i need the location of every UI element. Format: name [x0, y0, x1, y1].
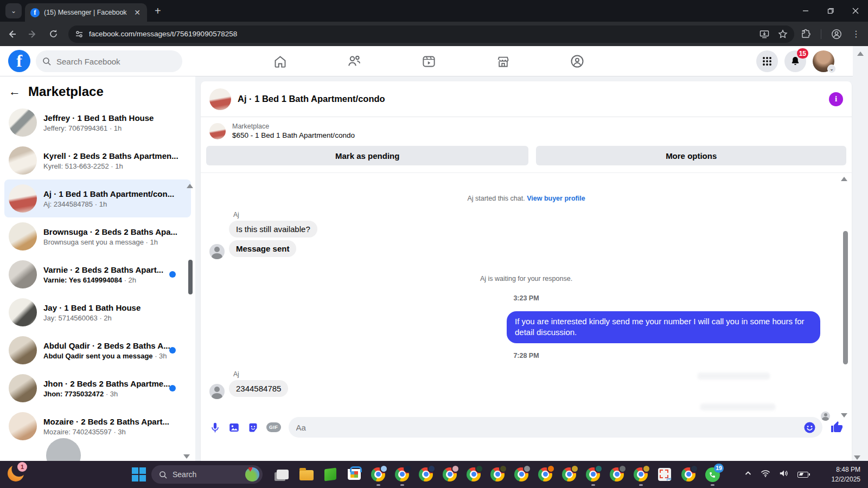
- wifi-icon[interactable]: [761, 469, 770, 480]
- green-app-icon[interactable]: [323, 467, 338, 482]
- apps-menu-button[interactable]: [756, 50, 778, 72]
- forward-button[interactable]: [24, 25, 41, 43]
- chrome-icon[interactable]: [490, 467, 505, 482]
- chat-title[interactable]: Aj · 1 Bed 1 Bath Apartment/condo: [238, 94, 822, 104]
- conversation-item[interactable]: Jeffrey · 1 Bed 1 Bath HouseJeffery: 706…: [4, 104, 191, 142]
- file-explorer-icon[interactable]: [299, 467, 314, 482]
- chrome-icon[interactable]: [634, 467, 648, 482]
- site-settings-icon[interactable]: [75, 30, 84, 38]
- sender-name: Aj: [233, 370, 239, 378]
- more-options-button[interactable]: More options: [536, 146, 846, 165]
- conversation-item[interactable]: Jhon · 2 Beds 2 Baths Apartme...Jhon: 77…: [4, 369, 191, 407]
- message-input[interactable]: [295, 422, 804, 433]
- microsoft-store-icon[interactable]: [347, 467, 362, 482]
- message-scroll-area[interactable]: Aj started this chat. View buyer profile…: [201, 172, 852, 416]
- conversation-text: Kyrell · 2 Beds 2 Baths Apartmen...Kyrel…: [43, 151, 187, 170]
- voice-clip-icon[interactable]: [209, 422, 221, 433]
- emoji-icon[interactable]: [803, 421, 816, 434]
- facebook-nav: [250, 46, 608, 76]
- chrome-profile-badge: [547, 465, 555, 473]
- chrome-icon[interactable]: [562, 467, 577, 482]
- conversation-item[interactable]: Jay · 1 Bed 1 Bath HouseJay: 5714560063 …: [4, 293, 191, 331]
- chrome-icon[interactable]: [610, 467, 624, 482]
- browser-tab[interactable]: f (15) Messenger | Facebook ✕: [25, 3, 147, 22]
- install-icon[interactable]: [760, 29, 769, 39]
- sidebar-title: Marketplace: [28, 84, 104, 99]
- chat-avatar[interactable]: [209, 88, 231, 110]
- chrome-icon[interactable]: [419, 467, 433, 482]
- nav-groups-icon[interactable]: [547, 47, 608, 75]
- conversation-item[interactable]: Mozaire · 2 Beds 2 Baths Apart...Mozaire…: [4, 407, 191, 445]
- tab-close-icon[interactable]: ✕: [133, 8, 142, 17]
- conversation-time: · 3h: [104, 390, 118, 398]
- conversation-item[interactable]: Brownsuga · 2 Beds 2 Baths Apa...Brownsu…: [4, 217, 191, 255]
- chrome-icon[interactable]: [371, 467, 386, 482]
- notifications-button[interactable]: 15: [784, 50, 806, 72]
- chrome-icon[interactable]: [395, 467, 410, 482]
- attach-photo-icon[interactable]: [228, 422, 240, 433]
- mark-as-pending-button[interactable]: Mark as pending: [206, 146, 528, 165]
- gif-icon[interactable]: GIF: [266, 422, 281, 432]
- chat-scroll-up[interactable]: [841, 177, 847, 181]
- sender-avatar[interactable]: [209, 244, 225, 259]
- nav-friends-icon[interactable]: [324, 47, 385, 75]
- chrome-icon[interactable]: [514, 467, 529, 482]
- address-bar[interactable]: facebook.com/messages/t/756199090578258: [68, 25, 794, 43]
- minimize-button[interactable]: [793, 0, 818, 22]
- snipping-tool-icon[interactable]: [658, 467, 672, 482]
- taskbar-corner-app[interactable]: 1: [8, 465, 26, 484]
- page-scroll-down[interactable]: [854, 455, 860, 460]
- nav-watch-icon[interactable]: [398, 47, 459, 75]
- menu-kebab-icon[interactable]: ⋮: [852, 29, 860, 39]
- new-tab-button[interactable]: +: [155, 5, 161, 17]
- profile-avatar[interactable]: ⌄: [813, 50, 834, 72]
- url-text[interactable]: facebook.com/messages/t/756199090578258: [89, 30, 754, 38]
- extensions-icon[interactable]: [801, 29, 811, 39]
- sender-avatar[interactable]: [209, 384, 225, 399]
- facebook-search-input[interactable]: [55, 56, 164, 67]
- chat-scroll-thumb[interactable]: [843, 231, 848, 364]
- conversation-item[interactable]: Abdul Qadir · 2 Beds 2 Baths A...Abdul Q…: [4, 331, 191, 369]
- facebook-logo[interactable]: f: [8, 50, 30, 72]
- waiting-text: Aj is waiting for your response.: [201, 275, 852, 282]
- conversation-preview: Brownsuga sent you a message · 1h: [43, 238, 187, 246]
- back-arrow-icon[interactable]: ←: [9, 85, 21, 99]
- sidebar-scroll-down[interactable]: [183, 454, 190, 459]
- conversation-item[interactable]: Kyrell · 2 Beds 2 Baths Apartmen...Kyrel…: [4, 142, 191, 179]
- chrome-icon[interactable]: [443, 467, 457, 482]
- view-buyer-profile-link[interactable]: View buyer profile: [527, 195, 585, 202]
- nav-home-icon[interactable]: [250, 47, 310, 75]
- chrome-icon[interactable]: [681, 467, 696, 482]
- info-icon[interactable]: i: [829, 92, 843, 106]
- chrome-icon[interactable]: [538, 467, 553, 482]
- reload-button[interactable]: [44, 25, 62, 43]
- taskbar-search[interactable]: Search: [151, 465, 263, 484]
- message-input-pill[interactable]: [289, 417, 823, 438]
- close-window-button[interactable]: [843, 0, 868, 22]
- sidebar-scroll-up[interactable]: [187, 184, 193, 188]
- volume-icon[interactable]: [779, 469, 789, 480]
- maximize-button[interactable]: [818, 0, 843, 22]
- battery-icon[interactable]: [797, 472, 808, 478]
- taskbar-clock[interactable]: 8:48 PM 12/2/2025: [832, 465, 860, 484]
- chrome-icon[interactable]: [467, 467, 481, 482]
- conversation-preview: Jeffery: 7067994361 · 1h: [43, 124, 187, 132]
- tab-search-button[interactable]: ⌄: [5, 3, 22, 18]
- tray-chevron-icon[interactable]: [744, 470, 752, 479]
- chrome-icon[interactable]: [586, 467, 601, 482]
- thumbs-up-icon[interactable]: [830, 421, 843, 434]
- sticker-icon[interactable]: [247, 422, 259, 433]
- conversation-item[interactable]: Varnie · 2 Beds 2 Baths Apart...Varnie: …: [4, 255, 191, 293]
- start-button[interactable]: [132, 467, 146, 481]
- bookmark-star-icon[interactable]: [778, 29, 788, 39]
- whatsapp-icon[interactable]: 19: [705, 467, 720, 482]
- conversation-title: Varnie · 2 Beds 2 Baths Apart...: [43, 265, 187, 274]
- conversation-item[interactable]: Aj · 1 Bed 1 Bath Apartment/con...Aj: 23…: [4, 179, 191, 217]
- page-scroll-up[interactable]: [857, 52, 864, 56]
- profile-icon[interactable]: [831, 29, 842, 40]
- back-button[interactable]: [3, 25, 21, 43]
- sidebar-scroll-thumb[interactable]: [188, 260, 193, 294]
- task-view-button[interactable]: [276, 467, 290, 482]
- nav-marketplace-icon[interactable]: [473, 47, 533, 75]
- facebook-search[interactable]: [36, 50, 182, 72]
